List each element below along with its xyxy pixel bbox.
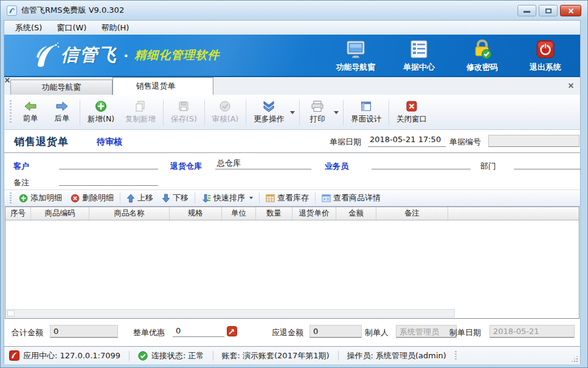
prev-doc-button[interactable]: 前单 [15,98,46,127]
tab-close-icon[interactable] [184,83,190,89]
window-frame: 系统(S) 窗口(W) 帮助(H) 信管飞 · 精细化管理软件 [4,20,581,364]
add-detail-button[interactable]: 添加明细 [15,191,66,205]
status-badge: 待审核 [97,137,122,148]
toolbar-grip[interactable] [10,100,12,124]
arrow-right-icon [55,101,69,112]
creator-field: 系统管理员 [396,325,457,338]
form-fields: 客户 退货仓库 总仓库 业务员 部门 备注 [4,153,580,189]
down-arrow-icon [162,194,170,203]
total-amount-label: 合计金额 [12,327,43,338]
menu-window[interactable]: 窗口(W) [49,21,94,35]
horizontal-scrollbar[interactable] [6,309,455,318]
doc-no-label: 单据编号 [449,137,481,148]
app-center-icon [9,350,19,361]
sales-return-form: 销售退货单 待审核 单据日期 2018-05-21 17:50 单据编号 客户 … [4,130,580,364]
window-title: 信管飞RMS免费版 V9.0.302 [21,5,124,16]
scrollbar-thumb[interactable] [7,310,15,316]
close-button[interactable] [560,5,581,16]
copy-new-button[interactable]: 复制新增 [120,98,161,127]
detail-toolbar-grip[interactable] [10,193,12,203]
warehouse-field[interactable]: 总仓库 [215,158,311,169]
tab-sales-return[interactable]: 销售退货单 [112,77,213,95]
lock-check-icon [471,38,493,61]
resize-grip-icon[interactable] [571,355,578,363]
form-header: 销售退货单 待审核 单据日期 2018-05-21 17:50 单据编号 [4,130,580,153]
arrow-left-icon [24,101,37,112]
nav-exit-system[interactable]: 退出系统 [522,38,569,73]
customer-field[interactable] [59,158,158,169]
close-window-button[interactable]: 关闭窗口 [391,98,432,127]
delete-detail-button[interactable]: 删除明细 [66,191,118,205]
audit-button[interactable]: 审核(A) [207,98,244,127]
menu-help[interactable]: 帮助(H) [94,21,136,35]
col-remark[interactable]: 备注 [376,207,448,220]
department-label: 部门 [480,161,496,172]
detail-toolbar: 添加明细 删除明细 上移 下移 快速排序 [4,189,580,206]
menu-bar: 系统(S) 窗口(W) 帮助(H) [4,21,580,35]
app-center-status: 应用中心: 127.0.0.1:7099 [9,350,120,361]
statusbar-grip [455,351,457,361]
main-toolbar: 前单 后单 新增(N) 复制新增 保存(S) 审 [4,95,580,130]
form-title: 销售退货单 [14,135,69,149]
warehouse-label: 退货仓库 [170,161,202,172]
print-button[interactable]: 打印 [302,98,333,127]
account-set-status: 账套: 演示账套(2017年第1期) [222,350,330,361]
check-circle-icon [219,100,231,112]
quick-sort-dropdown-icon [249,197,253,199]
discount-label: 整单优惠 [133,327,165,338]
menu-system[interactable]: 系统(S) [8,21,49,35]
nav-function-navigator[interactable]: 功能导航窗 [332,38,379,73]
create-date-label: 制单日期 [449,327,481,338]
discount-edit-icon[interactable] [227,326,237,336]
move-up-button[interactable]: 上移 [122,191,157,205]
more-actions-button[interactable]: 更多操作 [248,98,289,127]
brand-logo: 信管飞 · 精细化管理软件 [32,41,220,69]
creator-label: 制单人 [365,327,389,338]
refund-amount-label: 应退金额 [272,327,303,338]
col-product-name[interactable]: 商品名称 [89,207,170,220]
printer-icon [311,100,324,112]
discount-field[interactable]: 0 [173,325,224,337]
status-bar: 应用中心: 127.0.0.1:7099 连接状态: 正常 账套: 演示账套(2… [4,346,580,364]
create-date-field: 2018-05-21 [489,325,575,338]
print-dropdown-icon[interactable] [334,111,339,114]
brand-separator: · [123,48,128,63]
window-design-icon [360,100,372,112]
quick-sort-button[interactable]: 快速排序 [197,191,257,205]
new-button[interactable]: 新增(N) [82,98,120,127]
col-seq[interactable]: 序号 [5,207,31,220]
ui-design-button[interactable]: 界面设计 [345,98,387,127]
up-arrow-icon [126,194,135,203]
view-product-detail-button[interactable]: 查看商品详情 [317,191,385,205]
col-return-price[interactable]: 退货单价 [292,207,336,220]
next-doc-button[interactable]: 后单 [46,98,78,127]
tabstrip-close-icon[interactable] [567,81,575,90]
doc-date-field[interactable]: 2018-05-21 17:50 [368,135,446,147]
col-quantity[interactable]: 数量 [256,207,292,220]
doc-no-field [488,135,579,147]
tab-function-navigator[interactable]: 功能导航窗 [10,80,112,95]
remark-label: 备注 [13,177,29,188]
nav-document-center[interactable]: 单据中心 [395,38,443,73]
logo-swoosh-icon [32,41,61,69]
remark-field[interactable] [59,174,158,186]
sort-icon [201,194,211,203]
salesman-field[interactable] [372,158,471,169]
nav-change-password[interactable]: 修改密码 [458,38,506,73]
col-amount[interactable]: 金额 [336,207,376,220]
view-stock-button[interactable]: 查看库存 [261,191,313,205]
delete-circle-icon [71,194,80,203]
save-button[interactable]: 保存(S) [165,98,202,127]
department-field[interactable] [514,158,581,169]
restore-button[interactable] [539,5,558,16]
col-spec[interactable]: 规格 [170,207,222,220]
more-actions-dropdown-icon[interactable] [290,111,295,114]
col-unit[interactable]: 单位 [222,207,256,220]
minimize-button[interactable] [517,5,536,16]
move-down-button[interactable]: 下移 [157,191,193,205]
banner-nav: 功能导航窗 单据中心 修改密码 [332,38,569,73]
double-chevron-icon [262,100,275,112]
plus-circle-icon [95,100,107,112]
grid-body[interactable] [5,220,579,308]
col-product-code[interactable]: 商品编码 [31,207,89,220]
